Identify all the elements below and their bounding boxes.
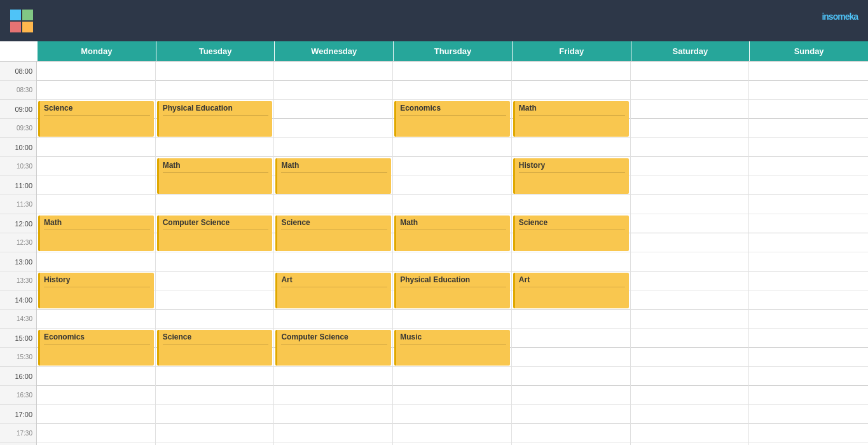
event-history[interactable]: History xyxy=(38,273,154,308)
event-divider xyxy=(400,287,506,287)
event-economics[interactable]: Economics xyxy=(394,101,510,137)
row-line xyxy=(749,252,868,271)
row-line xyxy=(274,81,392,100)
day-header-spacer xyxy=(0,41,37,61)
row-line xyxy=(749,195,868,214)
row-line xyxy=(156,386,274,405)
event-divider xyxy=(400,344,506,345)
row-line xyxy=(37,310,155,329)
event-divider xyxy=(519,287,625,287)
row-line xyxy=(512,195,630,214)
row-line xyxy=(393,157,511,176)
event-art[interactable]: Art xyxy=(513,273,629,308)
row-line xyxy=(37,195,155,214)
event-math[interactable]: Math xyxy=(38,216,154,251)
row-line xyxy=(631,157,749,176)
row-line xyxy=(512,405,630,424)
time-slot-1530: 15:30 xyxy=(0,348,36,367)
row-line xyxy=(749,81,868,100)
row-line xyxy=(631,138,749,157)
time-slot-0930: 09:30 xyxy=(0,119,36,138)
logo-icon xyxy=(10,10,33,32)
time-slot-1730: 17:30 xyxy=(0,424,36,443)
row-line xyxy=(749,233,868,252)
row-line xyxy=(749,119,868,138)
row-line xyxy=(393,252,511,271)
row-line xyxy=(749,291,868,310)
event-divider xyxy=(44,344,150,345)
row-line xyxy=(512,62,630,81)
row-line xyxy=(393,424,511,443)
day-col-friday: MathHistoryScienceArt xyxy=(512,62,631,445)
day-col-tuesday: Physical EducationMathComputer ScienceSc… xyxy=(156,62,275,445)
event-divider xyxy=(400,229,506,230)
row-line xyxy=(512,329,630,348)
row-line xyxy=(631,386,749,405)
row-line xyxy=(393,138,511,157)
day-header-friday: Friday xyxy=(512,41,631,61)
row-line xyxy=(274,138,392,157)
row-line xyxy=(631,233,749,252)
event-economics[interactable]: Economics xyxy=(38,330,154,366)
day-headers: MondayTuesdayWednesdayThursdayFridaySatu… xyxy=(0,41,868,62)
row-line xyxy=(274,100,392,119)
row-line xyxy=(274,310,392,329)
event-computer-science[interactable]: Computer Science xyxy=(157,216,273,251)
row-line xyxy=(156,195,274,214)
time-slot-1300: 13:00 xyxy=(0,252,36,271)
row-line xyxy=(631,271,749,291)
time-slot-0830: 08:30 xyxy=(0,81,36,100)
event-divider xyxy=(519,172,625,173)
event-physical-education[interactable]: Physical Education xyxy=(157,101,273,137)
time-slot-1630: 16:30 xyxy=(0,386,36,405)
row-line xyxy=(156,405,274,424)
grid-body[interactable]: 08:0008:3009:0009:3010:0010:3011:0011:30… xyxy=(0,62,868,445)
row-line xyxy=(274,195,392,214)
event-art[interactable]: Art xyxy=(275,273,391,308)
row-line xyxy=(37,62,155,81)
event-divider xyxy=(163,172,269,173)
time-slot-0900: 09:00 xyxy=(0,100,36,119)
event-math[interactable]: Math xyxy=(513,101,629,137)
brand-superscript: in xyxy=(822,11,828,22)
row-line xyxy=(512,367,630,386)
event-science[interactable]: Science xyxy=(513,216,629,251)
row-line xyxy=(393,195,511,214)
row-line xyxy=(749,157,868,176)
row-line xyxy=(631,100,749,119)
row-line xyxy=(37,252,155,271)
time-slot-1230: 12:30 xyxy=(0,233,36,252)
row-line xyxy=(274,252,392,271)
event-divider xyxy=(519,115,625,116)
event-divider xyxy=(400,115,506,116)
event-math[interactable]: Math xyxy=(275,158,391,194)
event-divider xyxy=(44,229,150,230)
row-line xyxy=(512,386,630,405)
event-physical-education[interactable]: Physical Education xyxy=(394,273,510,308)
row-line xyxy=(37,405,155,424)
day-col-wednesday: MathScienceArtComputer Science xyxy=(274,62,393,445)
time-column: 08:0008:3009:0009:3010:0010:3011:0011:30… xyxy=(0,62,37,445)
event-history[interactable]: History xyxy=(513,158,629,194)
time-slot-1000: 10:00 xyxy=(0,138,36,157)
event-science[interactable]: Science xyxy=(157,330,273,366)
row-line xyxy=(631,310,749,329)
event-computer-science[interactable]: Computer Science xyxy=(275,330,391,366)
event-math[interactable]: Math xyxy=(394,216,510,251)
row-line xyxy=(749,138,868,157)
event-math[interactable]: Math xyxy=(157,158,273,194)
event-divider xyxy=(519,229,625,230)
row-line xyxy=(156,271,274,291)
event-divider xyxy=(163,344,269,345)
row-line xyxy=(156,81,274,100)
event-science[interactable]: Science xyxy=(275,216,391,251)
row-line xyxy=(631,405,749,424)
time-slot-0800: 08:00 xyxy=(0,62,36,81)
row-line xyxy=(393,367,511,386)
time-slot-1700: 17:00 xyxy=(0,405,36,424)
day-header-wednesday: Wednesday xyxy=(274,41,393,61)
row-line xyxy=(274,405,392,424)
event-music[interactable]: Music xyxy=(394,330,510,366)
event-science[interactable]: Science xyxy=(38,101,154,137)
row-line xyxy=(393,62,511,81)
